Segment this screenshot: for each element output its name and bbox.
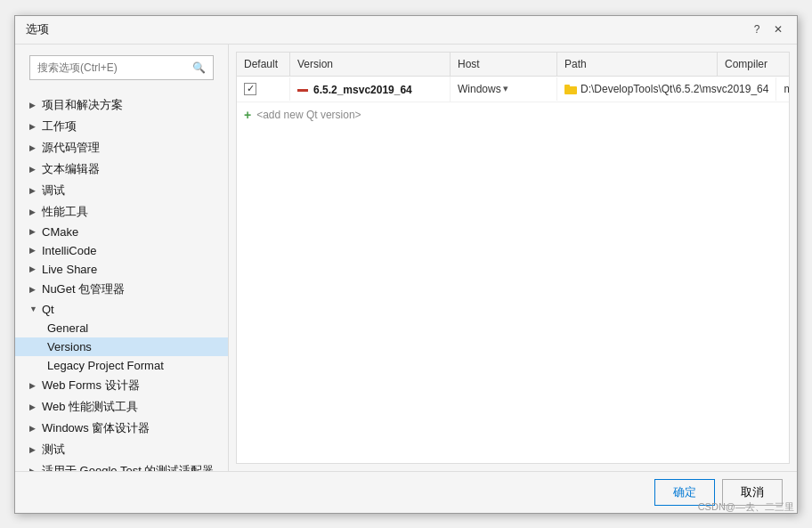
sidebar-item-cmake[interactable]: ▶ CMake — [15, 223, 228, 241]
sidebar-item-label: Web Forms 设计器 — [42, 378, 140, 394]
host-select[interactable]: Windows ▾ — [458, 83, 549, 95]
sidebar-item-label: Legacy Project Format — [47, 359, 164, 372]
sidebar-item-label: 源代码管理 — [42, 140, 100, 156]
sidebar-item-label: 文本编辑器 — [42, 161, 100, 177]
sidebar-item-liveshare[interactable]: ▶ Live Share — [15, 260, 228, 279]
sidebar-item-label: Windows 窗体设计器 — [42, 420, 150, 436]
col-version: Version — [290, 53, 451, 76]
version-badge: 6.5.2_msvc2019_64 — [297, 84, 412, 96]
col-compiler: Compiler — [718, 53, 789, 76]
sidebar-item-projects[interactable]: ▶ 项目和解决方案 — [15, 94, 228, 116]
add-version-label: <add new Qt version> — [256, 109, 361, 121]
sidebar: 🔍 ▶ 项目和解决方案 ▶ 工作项 ▶ 源代码管理 ▶ 文本编辑器 — [15, 45, 229, 471]
sidebar-item-nuget[interactable]: ▶ NuGet 包管理器 — [15, 279, 228, 300]
sidebar-item-label: 性能工具 — [42, 204, 88, 220]
sidebar-item-label: IntelliCode — [42, 244, 96, 257]
sidebar-item-workitems[interactable]: ▶ 工作项 — [15, 116, 228, 137]
sidebar-item-debug[interactable]: ▶ 调试 — [15, 180, 228, 201]
sidebar-item-label: Versions — [47, 340, 92, 353]
col-host: Host — [451, 53, 557, 76]
expand-arrow: ▶ — [29, 285, 38, 294]
sidebar-item-label: General — [47, 321, 88, 335]
expand-arrow: ▶ — [29, 227, 38, 236]
path-text: D:\DevelopTools\Qt\6.5.2\msvc2019_64 — [581, 83, 768, 95]
expand-arrow: ▶ — [29, 122, 38, 131]
expand-arrow: ▶ — [29, 264, 38, 273]
default-checkbox[interactable]: ✓ — [244, 83, 256, 95]
search-icon: 🔍 — [192, 61, 206, 74]
folder-icon — [564, 83, 577, 95]
sidebar-item-label: Web 性能测试工具 — [42, 399, 138, 415]
content-panel: Default Version Host Path Compiler ✓ 6.5… — [236, 52, 790, 464]
sidebar-item-winforms[interactable]: ▶ Windows 窗体设计器 — [15, 418, 228, 439]
sidebar-item-qt[interactable]: ▼ Qt — [15, 300, 228, 319]
sidebar-item-googletest[interactable]: ▶ 适用于 Google Test 的测试适配器 — [15, 460, 228, 471]
sidebar-item-label: Live Share — [42, 263, 97, 276]
table-row[interactable]: ✓ 6.5.2_msvc2019_64 Windows ▾ — [237, 77, 789, 103]
title-bar: 选项 ? ✕ — [15, 16, 797, 45]
expand-arrow: ▶ — [29, 143, 38, 152]
title-bar-controls: ? ✕ — [749, 21, 786, 37]
sidebar-item-label: NuGet 包管理器 — [42, 281, 125, 297]
help-button[interactable]: ? — [749, 21, 765, 37]
expand-arrow: ▶ — [29, 445, 38, 454]
chevron-down-icon[interactable]: ▾ — [503, 83, 508, 94]
expand-arrow: ▶ — [29, 246, 38, 255]
expand-arrow: ▶ — [29, 424, 38, 433]
expand-arrow: ▶ — [29, 402, 38, 411]
sidebar-item-label: CMake — [42, 225, 78, 239]
host-value: Windows — [458, 83, 501, 95]
cell-default[interactable]: ✓ — [237, 77, 290, 101]
sidebar-item-versions[interactable]: Versions — [15, 337, 228, 356]
sidebar-item-label: 测试 — [42, 442, 65, 458]
table-header: Default Version Host Path Compiler — [237, 53, 789, 77]
expand-arrow: ▶ — [29, 186, 38, 195]
cell-host: Windows ▾ — [451, 77, 557, 101]
add-version-row[interactable]: + <add new Qt version> — [237, 102, 789, 127]
dialog-body: 🔍 ▶ 项目和解决方案 ▶ 工作项 ▶ 源代码管理 ▶ 文本编辑器 — [15, 45, 797, 471]
cell-version: 6.5.2_msvc2019_64 — [290, 77, 451, 102]
add-icon: + — [244, 108, 251, 122]
sidebar-item-webforms[interactable]: ▶ Web Forms 设计器 — [15, 375, 228, 396]
red-dash-icon — [297, 89, 308, 92]
expand-arrow: ▶ — [29, 207, 38, 216]
cell-compiler: msvc — [776, 77, 789, 101]
sidebar-item-source[interactable]: ▶ 源代码管理 — [15, 137, 228, 158]
version-text: 6.5.2_msvc2019_64 — [313, 84, 412, 96]
expand-arrow: ▶ — [29, 165, 38, 174]
svg-rect-1 — [564, 85, 570, 87]
sidebar-item-perf[interactable]: ▶ 性能工具 — [15, 201, 228, 223]
table-body: ✓ 6.5.2_msvc2019_64 Windows ▾ — [237, 77, 789, 463]
svg-rect-0 — [564, 86, 577, 94]
sidebar-item-texteditor[interactable]: ▶ 文本编辑器 — [15, 158, 228, 180]
sidebar-item-label: Qt — [42, 303, 54, 316]
sidebar-item-webperf[interactable]: ▶ Web 性能测试工具 — [15, 396, 228, 418]
expand-arrow: ▶ — [29, 101, 38, 110]
search-input[interactable] — [37, 61, 192, 74]
watermark: CSDN@—去、二三里 — [698, 500, 794, 514]
dialog-footer: 确定 取消 — [15, 471, 797, 513]
sidebar-item-general[interactable]: General — [15, 319, 228, 337]
col-default: Default — [237, 53, 290, 76]
col-path: Path — [557, 53, 718, 76]
nav-tree: ▶ 项目和解决方案 ▶ 工作项 ▶ 源代码管理 ▶ 文本编辑器 ▶ 调试 — [15, 91, 228, 471]
search-box[interactable]: 🔍 — [29, 55, 214, 80]
options-dialog: 选项 ? ✕ 🔍 ▶ 项目和解决方案 ▶ 工作项 — [14, 15, 798, 514]
cell-path: D:\DevelopTools\Qt\6.5.2\msvc2019_64 — [557, 77, 776, 101]
expand-arrow: ▶ — [29, 381, 38, 390]
dialog-title: 选项 — [26, 21, 49, 37]
sidebar-item-test[interactable]: ▶ 测试 — [15, 439, 228, 460]
close-button[interactable]: ✕ — [770, 21, 786, 37]
path-cell: D:\DevelopTools\Qt\6.5.2\msvc2019_64 — [564, 83, 768, 95]
expand-arrow: ▼ — [29, 305, 38, 313]
sidebar-item-label: 调试 — [42, 183, 65, 199]
sidebar-item-label: 工作项 — [42, 118, 77, 134]
sidebar-item-legacy[interactable]: Legacy Project Format — [15, 356, 228, 375]
sidebar-item-intellicode[interactable]: ▶ IntelliCode — [15, 241, 228, 260]
sidebar-item-label: 适用于 Google Test 的测试适配器 — [42, 463, 214, 471]
sidebar-item-label: 项目和解决方案 — [42, 97, 123, 113]
